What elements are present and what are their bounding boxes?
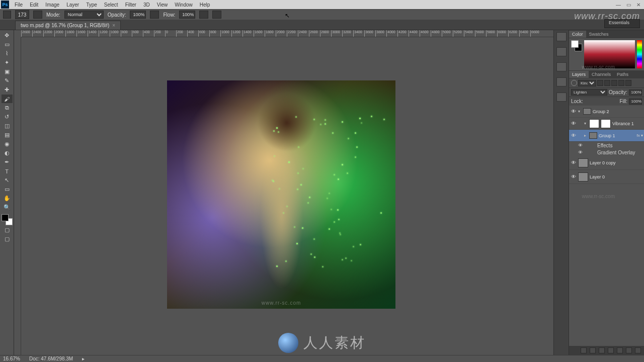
new-layer-icon[interactable] — [626, 347, 632, 353]
visibility-toggle-icon[interactable]: 👁 — [569, 121, 578, 126]
heal-tool[interactable]: ✚ — [2, 85, 13, 94]
crop-tool[interactable]: ▣ — [2, 67, 13, 76]
visibility-toggle-icon[interactable]: 👁 — [569, 133, 578, 138]
maximize-button[interactable]: ▭ — [624, 2, 633, 8]
filter-pixel-icon[interactable] — [597, 80, 603, 86]
airbrush-icon[interactable] — [199, 11, 208, 19]
blur-tool[interactable]: ◉ — [2, 140, 13, 148]
tab-layers[interactable]: Layers — [569, 71, 589, 78]
color-swatches[interactable] — [571, 40, 582, 51]
layer-item[interactable]: 👁▾Vibrance 1 — [569, 118, 644, 130]
menu-filter[interactable]: Filter — [122, 1, 140, 9]
layer-item[interactable]: 👁Layer 0 — [569, 170, 644, 184]
shape-tool[interactable]: ▭ — [2, 185, 13, 194]
current-tool-icon[interactable] — [3, 11, 11, 19]
toolbox-color-swatches[interactable] — [2, 214, 13, 225]
menu-help[interactable]: Help — [196, 1, 214, 9]
link-layers-icon[interactable] — [581, 347, 587, 353]
layer-item[interactable]: 👁▾Group 2 — [569, 106, 644, 118]
tab-swatches[interactable]: Swatches — [586, 31, 612, 38]
lasso-tool[interactable]: ⌇ — [2, 49, 13, 58]
brush-tool[interactable]: 🖌 — [2, 95, 13, 103]
visibility-toggle-icon[interactable]: 👁 — [578, 143, 585, 148]
search-icon[interactable] — [571, 80, 577, 86]
pressure-size-icon[interactable] — [212, 11, 221, 19]
character-panel-icon[interactable] — [556, 77, 567, 86]
menu-image[interactable]: Image — [42, 1, 63, 9]
disclosure-icon[interactable]: ▸ — [584, 133, 589, 138]
layer-blend-mode-select[interactable]: Lighten — [571, 89, 607, 96]
wand-tool[interactable]: ✦ — [2, 58, 13, 67]
doc-info[interactable]: Doc: 47.6M/298.3M — [29, 356, 73, 361]
history-tool[interactable]: ↺ — [2, 113, 13, 121]
filter-adjust-icon[interactable] — [604, 80, 610, 86]
menu-type[interactable]: Type — [83, 1, 101, 9]
tab-color[interactable]: Color — [569, 31, 586, 38]
disclosure-icon[interactable]: ▾ — [584, 121, 589, 126]
layer-effects_header[interactable]: 👁Effects — [569, 142, 644, 149]
foreground-color-swatch[interactable] — [571, 40, 579, 48]
path-tool[interactable]: ↖ — [2, 176, 13, 185]
menu-window[interactable]: Window — [171, 1, 196, 9]
move-tool[interactable]: ✥ — [2, 31, 13, 40]
filter-smart-icon[interactable] — [625, 80, 631, 86]
menu-select[interactable]: Select — [101, 1, 122, 9]
disclosure-icon[interactable]: ▾ — [578, 109, 583, 114]
minimize-button[interactable]: — — [614, 2, 623, 8]
close-button[interactable]: ✕ — [634, 2, 643, 8]
eyedropper-tool[interactable]: ✎ — [2, 76, 13, 85]
flow-input[interactable] — [179, 11, 195, 19]
dodge-tool[interactable]: ◐ — [2, 149, 13, 157]
visibility-toggle-icon[interactable]: 👁 — [569, 109, 578, 114]
layer-fill-input[interactable] — [629, 99, 642, 105]
zoom-indicator[interactable]: 16.67% — [3, 356, 20, 361]
paragraph-panel-icon[interactable] — [556, 93, 567, 102]
document-tab[interactable]: two m.psd @ 16.7% (Group 1, RGB/8#) × — [15, 21, 121, 30]
blend-mode-select[interactable]: Normal — [64, 11, 104, 19]
screen-mode-icon[interactable]: ▢ — [2, 235, 13, 243]
visibility-toggle-icon[interactable]: 👁 — [569, 174, 578, 179]
menu-layer[interactable]: Layer — [63, 1, 83, 9]
menu-view[interactable]: View — [153, 1, 172, 9]
history-panel-icon[interactable] — [556, 32, 567, 41]
opacity-input[interactable] — [130, 11, 146, 19]
filter-type-icon[interactable] — [611, 80, 617, 86]
marquee-tool[interactable]: ▭ — [2, 40, 13, 49]
filter-shape-icon[interactable] — [618, 80, 624, 86]
new-adjustment-icon[interactable] — [608, 347, 614, 353]
gradient-tool[interactable]: ▤ — [2, 131, 13, 139]
pen-tool[interactable]: ✒ — [2, 158, 13, 166]
layer-filter-kind-select[interactable]: Kind — [578, 80, 596, 86]
quick-mask-icon[interactable]: ▢ — [2, 226, 13, 234]
tab-paths[interactable]: Paths — [614, 71, 631, 78]
new-group-icon[interactable] — [617, 347, 623, 353]
delete-layer-icon[interactable] — [635, 347, 641, 353]
layer-effect[interactable]: 👁Gradient Overlay — [569, 149, 644, 156]
canvas-area[interactable]: 2600240022002000180016001400120010008006… — [14, 30, 553, 355]
menu-file[interactable]: File — [11, 1, 26, 9]
properties-panel-icon[interactable] — [556, 47, 567, 56]
hue-slider[interactable] — [637, 40, 642, 68]
close-tab-icon[interactable]: × — [112, 23, 115, 28]
brush-panel-toggle-icon[interactable] — [33, 11, 42, 19]
stamp-tool[interactable]: ⧉ — [2, 104, 13, 112]
type-tool[interactable]: T — [2, 167, 13, 175]
menu-edit[interactable]: Edit — [26, 1, 42, 9]
fg-swatch[interactable] — [2, 214, 9, 221]
tab-channels[interactable]: Channels — [589, 71, 614, 78]
actions-panel-icon[interactable] — [556, 62, 567, 71]
zoom-tool[interactable]: 🔍 — [2, 203, 13, 212]
visibility-toggle-icon[interactable]: 👁 — [569, 160, 578, 165]
layer-style-icon[interactable] — [590, 347, 596, 353]
eraser-tool[interactable]: ◫ — [2, 122, 13, 130]
hand-tool[interactable]: ✋ — [2, 194, 13, 203]
layer-mask-icon[interactable] — [599, 347, 605, 353]
menu-3d[interactable]: 3D — [140, 1, 153, 9]
status-arrow-icon[interactable]: ▸ — [82, 356, 85, 361]
brush-preset-picker[interactable]: 173 — [15, 10, 29, 19]
document-canvas[interactable]: www.rr-sc.com — [167, 80, 395, 309]
layer-item[interactable]: 👁Layer 0 copy — [569, 156, 644, 170]
visibility-toggle-icon[interactable]: 👁 — [578, 150, 585, 155]
fx-badge[interactable]: fx ▾ — [637, 133, 643, 138]
layer-item[interactable]: 👁▸Group 1fx ▾ — [569, 130, 644, 142]
